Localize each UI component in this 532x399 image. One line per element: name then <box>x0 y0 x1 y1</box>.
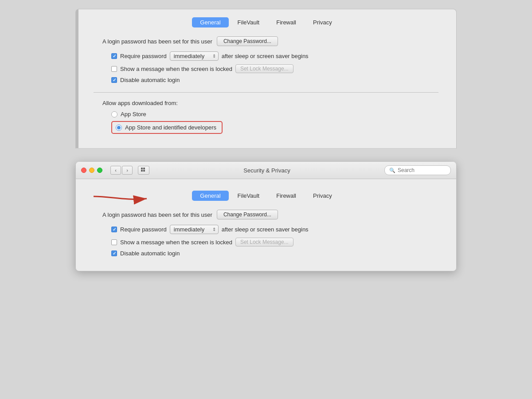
section-divider-top <box>94 92 438 93</box>
password-label-top: A login password has been set for this u… <box>102 38 212 45</box>
require-password-label-after-bottom: after sleep or screen saver begins <box>222 226 309 233</box>
back-button[interactable]: ‹ <box>110 166 121 175</box>
app-store-only-radio[interactable] <box>111 111 117 117</box>
require-password-row-bottom: Require password immediately after sleep… <box>94 225 438 234</box>
allow-apps-label-top: Allow apps downloaded from: <box>94 100 438 106</box>
disable-login-checkbox-top[interactable] <box>111 77 117 83</box>
app-store-only-label: App Store <box>121 111 146 117</box>
password-row-top: A login password has been set for this u… <box>94 36 438 46</box>
grid-button[interactable] <box>138 166 149 175</box>
svg-rect-0 <box>141 168 143 169</box>
app-store-identified-row: App Store and identified developers <box>94 121 438 134</box>
tab-firewall-bottom[interactable]: Firewall <box>268 191 304 201</box>
app-store-identified-highlight: App Store and identified developers <box>111 121 223 134</box>
tab-filevault-bottom[interactable]: FileVault <box>230 191 268 201</box>
tab-privacy-bottom[interactable]: Privacy <box>305 191 340 201</box>
show-message-checkbox-bottom[interactable] <box>111 239 117 245</box>
top-panel: General FileVault Firewall Privacy A log… <box>75 9 457 149</box>
disable-login-label-top: Disable automatic login <box>120 77 180 83</box>
change-password-button-top[interactable]: Change Password... <box>217 36 278 46</box>
window-title: Security & Privacy <box>153 167 381 174</box>
show-message-row-top: Show a message when the screen is locked… <box>94 64 438 73</box>
bottom-window: ‹ › Security & Privacy 🔍 <box>75 162 457 271</box>
password-row-bottom: A login password has been set for this u… <box>94 210 438 219</box>
arrow-icon <box>89 185 169 207</box>
show-message-row-bottom: Show a message when the screen is locked… <box>94 238 438 246</box>
set-lock-message-button-top[interactable]: Set Lock Message... <box>235 64 293 73</box>
password-timing-dropdown-top[interactable]: immediately <box>170 51 219 61</box>
forward-button[interactable]: › <box>122 166 133 175</box>
require-password-row-top: Require password immediately after sleep… <box>94 51 438 61</box>
disable-login-checkbox-bottom[interactable] <box>111 250 117 256</box>
top-tab-bar: General FileVault Firewall Privacy <box>94 17 438 27</box>
require-password-label-before-top: Require password <box>120 53 167 59</box>
title-bar: ‹ › Security & Privacy 🔍 <box>76 162 456 179</box>
search-icon: 🔍 <box>389 168 395 173</box>
require-password-checkbox-bottom[interactable] <box>111 227 117 232</box>
minimize-button[interactable] <box>89 168 94 173</box>
require-password-label-after-top: after sleep or screen saver begins <box>222 53 309 59</box>
tab-privacy-top[interactable]: Privacy <box>305 17 340 27</box>
disable-login-row-bottom: Disable automatic login <box>94 250 438 257</box>
password-timing-dropdown-bottom[interactable]: immediately <box>170 225 219 234</box>
show-message-label-top: Show a message when the screen is locked <box>120 66 232 72</box>
disable-login-row-top: Disable automatic login <box>94 77 438 83</box>
require-password-label-before-bottom: Require password <box>120 226 167 233</box>
tab-filevault-top[interactable]: FileVault <box>230 17 268 27</box>
set-lock-message-button-bottom[interactable]: Set Lock Message... <box>235 238 293 246</box>
search-input[interactable] <box>398 167 446 173</box>
maximize-button[interactable] <box>97 168 102 173</box>
svg-rect-1 <box>143 168 145 169</box>
app-store-identified-radio[interactable] <box>116 125 122 131</box>
disable-login-label-bottom: Disable automatic login <box>120 250 180 257</box>
show-message-checkbox-top[interactable] <box>111 66 117 72</box>
window-content: General FileVault Firewall Privacy A log… <box>76 179 456 271</box>
traffic-lights <box>81 168 102 173</box>
require-password-checkbox-top[interactable] <box>111 53 117 59</box>
change-password-button-bottom[interactable]: Change Password... <box>217 210 278 219</box>
svg-rect-3 <box>143 170 145 172</box>
app-store-only-row: App Store <box>94 111 438 117</box>
app-store-identified-label: App Store and identified developers <box>125 124 216 131</box>
show-message-label-bottom: Show a message when the screen is locked <box>120 239 232 246</box>
nav-buttons: ‹ › <box>110 166 133 175</box>
tab-firewall-top[interactable]: Firewall <box>268 17 304 27</box>
search-box[interactable]: 🔍 <box>384 165 451 175</box>
tab-general-top[interactable]: General <box>192 17 228 27</box>
svg-rect-2 <box>141 170 143 172</box>
tab-general-bottom[interactable]: General <box>192 191 228 201</box>
arrow-container <box>89 185 169 209</box>
close-button[interactable] <box>81 168 86 173</box>
password-label-bottom: A login password has been set for this u… <box>102 211 212 218</box>
